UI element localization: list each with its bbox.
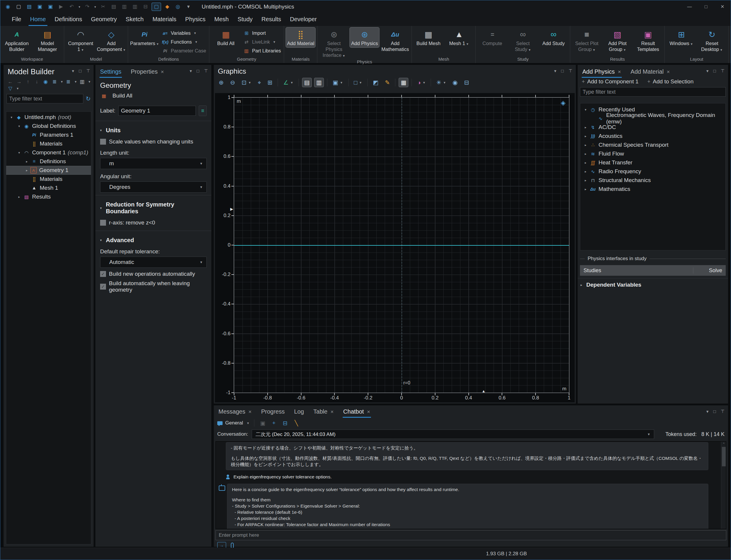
scroll-up-icon[interactable]: ⌃ [722,442,725,446]
expand-all-icon[interactable]: ≣ [51,79,58,85]
chevron-down-icon[interactable]: ▾ [554,68,556,74]
zoom-box-button[interactable]: ⊡▼ [240,78,254,87]
menu-home[interactable]: Home [26,13,50,26]
ap-acoustics[interactable]: ▸)))Acoustics [580,132,725,141]
ap-structural[interactable]: ▸⊓Structural Mechanics [580,176,725,185]
comsol-logo-icon[interactable]: ◉ [3,3,13,11]
deselect-box-button[interactable]: □▼ [352,78,364,87]
add-physics-button[interactable]: ⊛Add Physics [350,27,379,48]
show-icon[interactable]: ◉ [42,79,49,85]
chevron-down-icon[interactable]: ▾ [16,124,23,128]
tree-geometry-1[interactable]: ▸AGeometry 1 [6,166,91,175]
view-toggle-2-button[interactable]: ▥ [314,78,324,87]
raxis-checkbox[interactable]: ✓ [100,220,106,226]
menu-developer[interactable]: Developer [286,13,321,26]
add-physics-filter-input[interactable] [580,87,726,97]
tab-progress[interactable]: Progress [261,408,285,418]
maximize-button[interactable]: □ [698,0,714,13]
tab-add-physics[interactable]: Add Physics✕ [582,68,622,78]
build-on-leave-checkbox-row[interactable]: ✓ Build automatically when leaving geome… [95,280,211,295]
image-settings-button[interactable]: ✳▼ [434,78,448,87]
chevron-right-icon[interactable]: ▸ [582,134,589,138]
maximize-panel-icon[interactable]: □ [713,409,716,414]
pin-icon[interactable]: ⊤ [721,409,725,414]
zoom-in-button[interactable]: ⊕ [217,78,226,87]
chat-history[interactable]: - 固有モードが近接する場合、シフトや初期値、対称性でターゲットモードを安定に拾… [216,441,726,529]
add-material-button[interactable]: ⣿Add Material [286,27,316,48]
mesh-1-button[interactable]: ▲Mesh 1▼ [444,27,474,48]
tab-table[interactable]: Table✕ [313,408,335,418]
clear-conversation-icon[interactable]: ╲ [293,420,300,427]
view-indicator-icon[interactable]: ◈ [561,99,565,106]
model-manager-button[interactable]: ▤Model Manager [32,27,62,54]
close-icon[interactable]: ✕ [367,409,370,414]
menu-mesh[interactable]: Mesh [210,13,233,26]
chevron-down-icon[interactable]: ▾ [706,409,709,414]
close-icon[interactable]: ✕ [618,70,621,74]
tree-component-1[interactable]: ▾◠Component 1(comp1) [6,148,91,157]
add-to-component-button[interactable]: + Add to Component 1 [582,78,639,85]
chevron-right-icon[interactable]: ▸ [582,152,589,156]
chevron-down-icon[interactable]: ▾ [706,68,709,74]
tree-global-definitions[interactable]: ▾◉Global Definitions [6,122,91,130]
menu-materials[interactable]: Materials [148,13,181,26]
tree-results[interactable]: ▸▧Results [6,192,91,201]
scene-color-button[interactable]: ◑▼ [415,78,427,87]
chevron-right-icon[interactable]: ▸ [582,161,589,165]
select-box-button[interactable]: ▣▼ [331,78,345,87]
menu-physics[interactable]: Physics [181,13,210,26]
select-entities-button[interactable]: ◩ [371,78,381,87]
open-file-icon[interactable]: ▤ [24,3,34,11]
component-1-button[interactable]: ◠Component 1▼ [66,27,96,54]
chevron-right-icon[interactable]: ▸ [582,187,589,191]
close-button[interactable]: ✕ [714,0,731,13]
dependent-variables-section[interactable]: ▸ Dependent Variables [580,282,641,288]
close-icon[interactable]: ✕ [666,70,670,74]
repair-tolerance-select[interactable]: Automatic ▼ [100,257,207,268]
build-new-ops-checkbox-row[interactable]: ✓ Build new operations automatically [95,270,211,280]
tab-add-material[interactable]: Add Material✕ [630,68,671,78]
label-input[interactable] [118,106,196,116]
chevron-down-icon[interactable]: ▾ [8,115,15,119]
box-select-icon[interactable]: ▢ [152,3,161,11]
material-sweep-icon[interactable]: ◆ [162,3,173,11]
zoom-select-icon[interactable]: ◎ [173,3,183,11]
chevron-right-icon[interactable]: ▸ [582,170,589,174]
ap-emw[interactable]: ∿Electromagnetic Waves, Frequency Domain… [580,114,725,123]
tree-mesh-1[interactable]: ▲Mesh 1 [6,184,91,192]
zoom-fit-button[interactable]: ⊞ [265,78,275,87]
maximize-panel-icon[interactable]: □ [561,68,564,74]
close-icon[interactable]: ✕ [248,409,252,414]
menu-file[interactable]: File [7,13,26,26]
graphics-canvas[interactable]: r=0 m m ◈ ▲ ▶ -1-0.8-0.6-0.4-0.200.20.40… [215,93,575,402]
build-mesh-button[interactable]: ▦Build Mesh [413,27,443,48]
ap-fluid-flow[interactable]: ▸≋Fluid Flow [580,149,725,158]
cut-icon[interactable]: ✂ [98,3,108,11]
reset-desktop-button[interactable]: ↻Reset Desktop▼ [697,27,727,54]
chat-scrollbar[interactable]: ⌃ [721,442,726,529]
add-study-button[interactable]: ∞Add Study [538,27,568,48]
functions-button[interactable]: f(x)Functions▼ [160,38,208,46]
close-icon[interactable]: ✕ [161,70,164,74]
application-builder-button[interactable]: AApplication Builder [2,27,32,54]
part-libraries-button[interactable]: ▥Part Libraries [242,47,282,55]
import-button[interactable]: ⊞Import [242,29,282,37]
windows-button[interactable]: ⊞Windows▼ [666,27,696,48]
tab-properties[interactable]: Properties✕ [130,68,165,78]
tab-log[interactable]: Log [294,408,305,418]
tree-root[interactable]: ▾◆Untitled.mph(root) [6,113,91,122]
build-all-button[interactable]: ▦Build All [211,27,241,48]
clear-selection-button[interactable]: ✎ [383,78,392,87]
pin-icon[interactable]: ⊤ [721,68,725,74]
ap-mathematics[interactable]: ▸ΔuMathematics [580,185,725,194]
pin-icon[interactable]: ⊤ [86,68,90,74]
new-conversation-icon[interactable]: + [270,420,277,426]
chevron-down-icon[interactable]: ▾ [190,68,192,74]
new-file-icon[interactable]: ▢ [13,3,24,11]
pin-icon[interactable]: ⊤ [204,68,208,74]
raxis-checkbox-row[interactable]: ✓ r-axis: remove z<0 [95,217,211,228]
undo-icon[interactable]: ↶ [66,3,77,11]
tree-materials-global[interactable]: ⣿Materials [6,139,91,148]
chevron-right-icon[interactable]: ▸ [582,179,589,182]
qat-menu-icon[interactable]: ▾ [183,3,194,11]
